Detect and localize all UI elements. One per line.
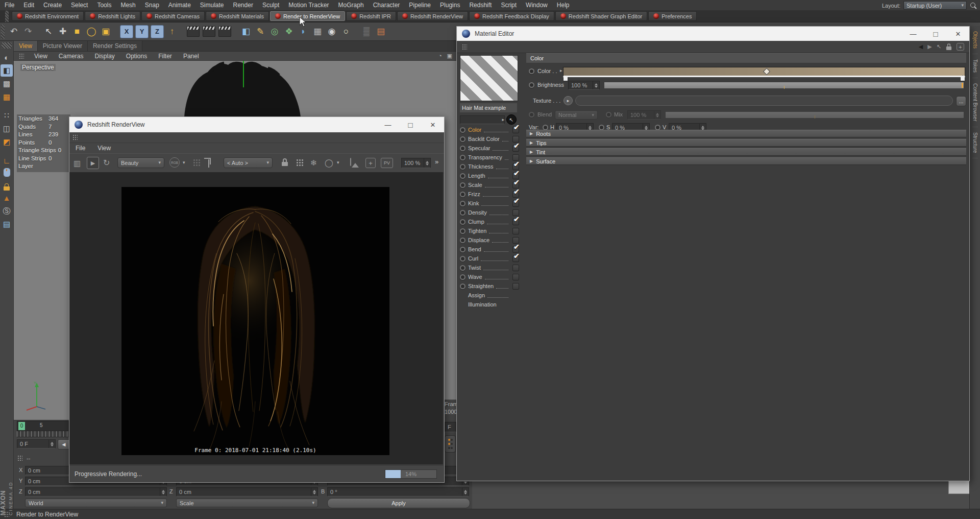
material-channel-row[interactable]: Density ✔ [460, 208, 519, 217]
viewport-menu-item[interactable]: Panel [183, 53, 199, 60]
channel-checkbox[interactable]: ✔ [512, 265, 519, 271]
color-gradient-bar[interactable] [563, 67, 965, 77]
snapshot-icon[interactable] [350, 158, 351, 166]
viewport-menu-item[interactable]: View [34, 53, 47, 60]
undo-icon[interactable]: ↶ [7, 25, 21, 39]
close-button[interactable]: ✕ [422, 117, 444, 132]
start-render-button[interactable]: ▶ [87, 157, 99, 169]
channel-label[interactable]: Straighten [468, 283, 494, 289]
menu-item[interactable]: Select [66, 2, 92, 9]
menu-item[interactable]: Script [496, 2, 521, 9]
layout-dropdown[interactable]: Startup (User) ▾ [903, 1, 967, 10]
panel-grip[interactable] [19, 53, 24, 59]
workplane-lock-icon[interactable] [4, 183, 10, 191]
coordinate-mode-dropdown[interactable]: Scale▾ [176, 499, 318, 507]
camera-object-icon[interactable]: ◉ [325, 25, 339, 39]
menu-item[interactable]: Pipeline [404, 2, 435, 9]
menu-item[interactable]: Tools [92, 2, 116, 9]
channel-label[interactable]: Backlit Color [468, 136, 500, 142]
channel-radio[interactable] [460, 136, 465, 142]
channel-radio[interactable] [460, 182, 465, 188]
color-animation-dot[interactable] [529, 68, 534, 74]
collapsible-section-header[interactable]: ▶ Roots [526, 130, 966, 137]
channel-radio[interactable] [460, 201, 465, 206]
channel-radio[interactable] [460, 210, 465, 216]
frame-unit-field[interactable]: F [445, 422, 456, 432]
channel-radio[interactable] [460, 256, 465, 262]
lock-icon[interactable] [946, 43, 951, 50]
value-spinner[interactable] [462, 488, 469, 496]
zoom-spinner[interactable] [424, 158, 430, 168]
channel-label[interactable]: Kink [468, 200, 479, 206]
view-sync-icon[interactable]: ◔ [438, 53, 442, 59]
menu-item[interactable]: Sculpt [258, 2, 284, 9]
texture-path-field[interactable] [575, 96, 953, 106]
restart-render-icon[interactable]: ↻ [103, 158, 110, 168]
material-channel-row[interactable]: Illumination ✔ [460, 300, 519, 309]
axis-mode-icon[interactable]: ∟ [1, 154, 13, 167]
checker-background-icon[interactable] [193, 159, 201, 167]
channel-checkbox[interactable]: ✔ [512, 255, 519, 262]
channel-radio[interactable] [460, 228, 465, 234]
go-to-start-button[interactable]: ◀ [58, 439, 70, 450]
timeline-playhead[interactable]: 0 [18, 422, 25, 430]
value-spinner[interactable] [311, 488, 317, 496]
dock-tab[interactable]: Objects [972, 26, 978, 54]
panel-grip[interactable] [72, 134, 78, 140]
current-frame-field[interactable]: 0 F [17, 439, 56, 449]
material-channel-row[interactable]: Bend ✔ [460, 245, 519, 254]
snowflake-freeze-icon[interactable]: ❄ [310, 158, 317, 168]
material-preview-swatch[interactable] [460, 55, 518, 101]
send-to-picture-viewer-button[interactable]: PV [381, 158, 393, 168]
coordinate-field[interactable]: 0 cm [25, 487, 167, 497]
texture-browse-button[interactable]: ... [956, 96, 966, 106]
menu-item[interactable]: MoGraph [334, 2, 369, 9]
redshift-toolbar-button[interactable]: Redshift Lights [85, 11, 140, 21]
channel-checkbox[interactable]: ✔ [512, 200, 519, 207]
viewport-menu-item[interactable]: Options [126, 53, 147, 60]
channel-label[interactable]: Twist [468, 265, 481, 271]
renderview-titlebar[interactable]: Redshift RenderView — □ ✕ [69, 117, 444, 132]
channel-label[interactable]: Displace [468, 237, 489, 243]
slider-handle[interactable] [962, 83, 963, 88]
channel-label[interactable]: Tighten [468, 228, 486, 234]
channel-label[interactable]: Thickness [468, 163, 494, 170]
channel-checkbox[interactable]: ✔ [512, 274, 519, 280]
material-channel-row[interactable]: Scale ✔ [460, 180, 519, 190]
redo-icon[interactable]: ↷ [21, 25, 35, 39]
channel-label[interactable]: Transparency [468, 154, 502, 160]
renderview-menu-item[interactable]: File [76, 145, 85, 152]
menu-item[interactable]: Character [369, 2, 405, 9]
channel-label[interactable]: Frizz [468, 191, 480, 197]
maximize-button[interactable]: □ [399, 117, 422, 132]
coordinate-field[interactable]: 0 ° [327, 487, 469, 497]
channel-checkbox[interactable]: ✔ [512, 283, 519, 290]
brightness-value-field[interactable]: 100 % [568, 81, 600, 90]
material-channel-row[interactable]: Assign ✔ [460, 291, 519, 300]
preview-type-dropdown[interactable]: ▸ [460, 115, 505, 124]
interactive-render-region-icon[interactable]: ▤ [374, 25, 388, 39]
channel-radio[interactable] [460, 127, 465, 133]
chevron-right-icon[interactable]: ▸ [560, 68, 562, 73]
menu-item[interactable]: Render [229, 2, 258, 9]
camera-dropdown[interactable]: < Auto >▾ [224, 157, 273, 168]
render-canvas[interactable]: Frame 0: 2018-07-01 21:18:40 (2.10s) [121, 187, 389, 455]
y-axis-lock-icon[interactable]: Y [135, 25, 149, 38]
menu-item[interactable]: Window [521, 2, 552, 9]
zoom-level-field[interactable]: 100 % [401, 158, 431, 168]
render-pass-dropdown[interactable]: Beauty▾ [117, 157, 164, 168]
subdivision-surface-icon[interactable]: ◎ [267, 25, 282, 39]
channel-radio[interactable] [460, 173, 465, 179]
menu-item[interactable]: Simulate [195, 2, 229, 9]
collapsible-section-header[interactable]: ▶ Surface [526, 157, 966, 165]
timeline-ticks[interactable] [17, 431, 69, 437]
brightness-slider[interactable] [604, 82, 964, 89]
channel-radio[interactable] [460, 219, 465, 225]
material-channel-row[interactable]: Tighten ✔ [460, 226, 519, 235]
timeline-options-button[interactable] [445, 435, 456, 453]
chevron-down-icon[interactable]: ▾ [337, 160, 339, 165]
render-cube-icon[interactable]: ▩ [1, 78, 13, 90]
maximize-button[interactable]: □ [924, 27, 947, 41]
globe-icon[interactable]: ◐ [1, 51, 13, 63]
coordinate-field[interactable]: 0 cm [176, 487, 318, 497]
